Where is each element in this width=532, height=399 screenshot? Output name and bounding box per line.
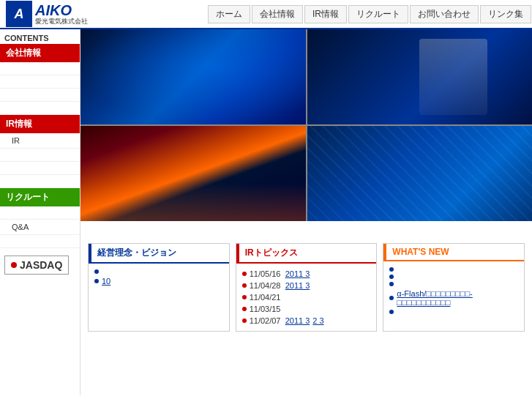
nav-item-ホーム[interactable]: ホーム [208,5,250,23]
logo-aiko: AIKO [35,3,88,18]
dot-icon [389,275,394,279]
nav-item-リクルート[interactable]: リクルート [348,5,408,23]
dot-icon [242,318,247,323]
panel-ir-row-4: 11/03/15 [242,303,371,315]
panel-whatsnew-body: α-Flash/□□□□□□□□□-□□□□□□□□□□□ [383,261,524,320]
sidebar-section-ir: IR情報 IR [0,115,80,188]
sidebar-blank [0,62,80,75]
sidebar-blank [0,75,80,89]
dot-icon [389,282,394,286]
whatsnew-row-1 [389,266,518,273]
hero-image-2 [80,126,306,221]
panel-ir-row-3: 11/04/21 [242,291,371,303]
dot-icon [242,272,247,276]
ir-date-3: 11/04/21 [250,293,282,302]
sidebar-blank [0,175,80,188]
panel-vision-header: 経営理念・ビジョン [89,244,229,264]
panel-ir-row-2: 11/04/28 2011 3 [242,280,371,291]
hero-image-1 [80,29,306,124]
dot-icon [389,310,394,314]
panel-vision-body: 10 [89,264,229,291]
whatsnew-row-3 [389,280,518,288]
ir-date-4: 11/03/15 [250,305,282,313]
panel-vision-row-1 [94,268,223,275]
jasdaq-logo: JASDAQ [4,256,69,275]
jasdaq-area: JASDAQ [0,248,80,282]
panel-ir-row-5: 11/02/07 2011 3 2 3 [242,315,371,327]
hero-image-4 [307,29,533,124]
sidebar-blank [0,89,80,102]
sidebar: CONTENTS 会社情報 IR情報 IR リクルート Q&A [0,29,80,395]
logo-square: A [6,1,32,27]
whatsnew-row-4: α-Flash/□□□□□□□□□-□□□□□□□□□□□ [389,288,518,308]
dot-icon [94,279,99,283]
panel-whatsnew-header: WHAT'S NEW [383,244,524,261]
hero-image-3 [307,126,533,221]
ir-link-2[interactable]: 2011 3 [285,281,310,290]
panel-vision: 経営理念・ビジョン 10 [88,243,230,332]
logo: A AIKO 愛光電気株式会社 [6,1,88,27]
ir-date-1: 11/05/16 [250,269,282,278]
main-layout: CONTENTS 会社情報 IR情報 IR リクルート Q&A [0,29,532,395]
logo-text: AIKO 愛光電気株式会社 [35,3,88,26]
nav-item-リンク集[interactable]: リンク集 [480,5,531,23]
hero-gap [80,221,532,243]
sidebar-item-ir[interactable]: IR [0,133,80,149]
dot-icon [389,267,394,272]
nav-item-お問い合わせ[interactable]: お問い合わせ [410,5,479,23]
sidebar-blank [0,162,80,175]
panel-vision-row-2: 10 [94,275,223,287]
dot-icon [242,283,247,288]
whatsnew-row-5 [389,308,518,316]
content-area: 経営理念・ビジョン 10 IRトピックス [80,29,532,395]
sidebar-blank [0,102,80,115]
contents-label: CONTENTS [0,29,80,44]
panel-ir: IRトピックス 11/05/16 2011 3 11/04/28 2011 3 [236,243,378,332]
panel-ir-header: IRトピックス [236,244,377,264]
panel-ir-row-1: 11/05/16 2011 3 [242,268,371,280]
nav: ホーム会社情報IR情報リクルートお問い合わせリンク集 [95,5,532,23]
jasdaq-dot [11,262,17,268]
sidebar-blank [0,235,80,248]
ir-date-2: 11/04/28 [250,281,282,290]
panels-area: 経営理念・ビジョン 10 IRトピックス [80,243,532,339]
logo-jp: 愛光電気株式会社 [35,18,88,26]
ir-link-1[interactable]: 2011 3 [285,269,310,278]
jasdaq-label: JASDAQ [20,259,62,271]
ir-extra-5[interactable]: 2 3 [312,316,323,325]
nav-item-IR情報[interactable]: IR情報 [304,5,347,23]
sidebar-heading-company[interactable]: 会社情報 [0,44,80,62]
panel-whatsnew: WHAT'S NEW [383,243,525,332]
ir-link-5[interactable]: 2011 3 [285,316,310,325]
header: A AIKO 愛光電気株式会社 ホーム会社情報IR情報リクルートお問い合わせリン… [0,0,532,29]
whatsnew-row-2 [389,273,518,280]
sidebar-blank [0,206,80,220]
whatsnew-link-4[interactable]: α-Flash/□□□□□□□□□-□□□□□□□□□□□ [397,289,518,307]
hero-grid [80,29,532,221]
logo-area: A AIKO 愛光電気株式会社 [0,0,95,30]
sidebar-section-company: 会社情報 [0,44,80,115]
dot-icon [94,269,99,274]
sidebar-blank [0,149,80,162]
ir-date-5: 11/02/07 [250,316,282,325]
sidebar-heading-recruit[interactable]: リクルート [0,188,80,206]
sidebar-heading-ir[interactable]: IR情報 [0,115,80,133]
panel-ir-body: 11/05/16 2011 3 11/04/28 2011 3 11/04/21 [236,264,377,331]
panel-vision-link-10[interactable]: 10 [102,277,110,286]
dot-icon [242,295,247,299]
sidebar-item-qa[interactable]: Q&A [0,220,80,235]
nav-item-会社情報[interactable]: 会社情報 [252,5,303,23]
logo-icon-letter: A [15,7,24,20]
sidebar-section-recruit: リクルート Q&A [0,188,80,248]
dot-icon [242,307,247,311]
dot-icon [389,296,394,300]
